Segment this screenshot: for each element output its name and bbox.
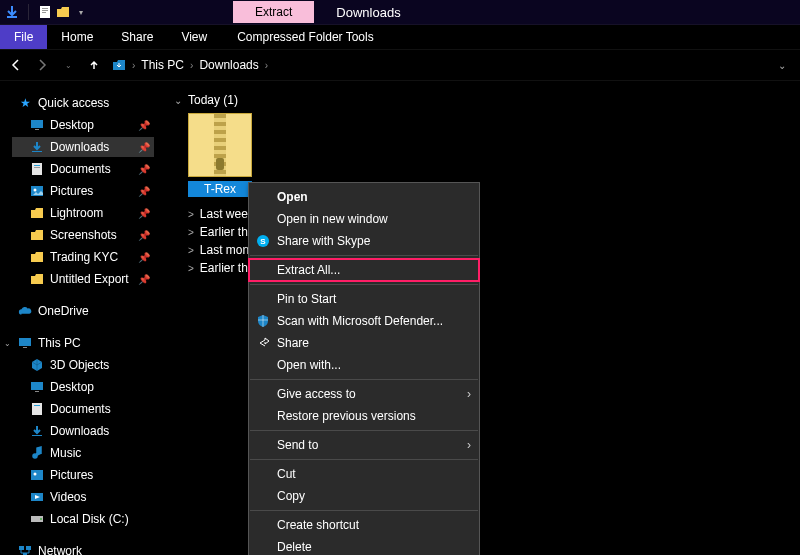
sidebar-item-desktop[interactable]: Desktop 📌: [12, 115, 154, 135]
monitor-icon: [18, 336, 32, 350]
sidebar-item-label: Screenshots: [50, 228, 117, 242]
ctx-copy[interactable]: Copy: [249, 485, 479, 507]
recent-locations-icon[interactable]: ⌄: [60, 57, 76, 73]
svg-rect-4: [31, 120, 43, 128]
videos-icon: [30, 490, 44, 504]
cube-icon: [30, 358, 44, 372]
breadcrumb-downloads[interactable]: Downloads: [199, 58, 258, 72]
sidebar-item-untitled-export[interactable]: Untitled Export 📌: [12, 269, 154, 289]
chevron-right-icon[interactable]: [188, 245, 194, 256]
chevron-down-icon[interactable]: [174, 95, 182, 106]
pin-icon: 📌: [138, 120, 150, 131]
back-button[interactable]: [8, 57, 24, 73]
ctx-cut[interactable]: Cut: [249, 463, 479, 485]
address-bar[interactable]: › This PC › Downloads ›: [112, 58, 768, 72]
file-item-trex[interactable]: T-Rex: [184, 113, 256, 197]
zip-file-icon: [188, 113, 252, 177]
forward-button[interactable]: [34, 57, 50, 73]
sidebar-item-local-disk[interactable]: Local Disk (C:): [12, 509, 154, 529]
sidebar-item-downloads[interactable]: Downloads 📌: [12, 137, 154, 157]
sidebar-item-documents-2[interactable]: Documents: [12, 399, 154, 419]
sidebar-item-music[interactable]: Music: [12, 443, 154, 463]
ctx-restore-previous[interactable]: Restore previous versions: [249, 405, 479, 427]
svg-rect-1: [42, 8, 48, 9]
sidebar-item-lightroom[interactable]: Lightroom 📌: [12, 203, 154, 223]
ctx-delete[interactable]: Delete: [249, 536, 479, 555]
sidebar-item-label: This PC: [38, 336, 81, 350]
chevron-right-icon[interactable]: [188, 263, 194, 274]
tab-compressed-tools[interactable]: Compressed Folder Tools: [221, 25, 390, 49]
ctx-open-new-window[interactable]: Open in new window: [249, 208, 479, 230]
svg-rect-14: [31, 382, 43, 390]
sidebar-item-label: Desktop: [50, 118, 94, 132]
folder-icon: [30, 272, 44, 286]
downloads-icon: [30, 140, 44, 154]
folder-pinned-icon[interactable]: [55, 4, 71, 20]
sidebar-onedrive[interactable]: OneDrive: [12, 301, 154, 321]
up-button[interactable]: [86, 57, 102, 73]
sidebar-item-desktop-2[interactable]: Desktop: [12, 377, 154, 397]
ctx-extract-all[interactable]: Extract All...: [249, 259, 479, 281]
group-header-today[interactable]: Today (1): [174, 93, 790, 107]
sidebar-item-trading-kyc[interactable]: Trading KYC 📌: [12, 247, 154, 267]
submenu-arrow-icon: ›: [467, 438, 471, 452]
sidebar-item-label: Local Disk (C:): [50, 512, 129, 526]
ctx-send-to[interactable]: Send to›: [249, 434, 479, 456]
ctx-create-shortcut[interactable]: Create shortcut: [249, 514, 479, 536]
ctx-share-skype[interactable]: S Share with Skype: [249, 230, 479, 252]
sidebar-item-pictures-2[interactable]: Pictures: [12, 465, 154, 485]
download-arrow-icon[interactable]: [4, 4, 20, 20]
submenu-arrow-icon: ›: [467, 387, 471, 401]
sidebar-item-pictures[interactable]: Pictures 📌: [12, 181, 154, 201]
tab-view[interactable]: View: [167, 25, 221, 49]
ctx-open[interactable]: Open: [249, 186, 479, 208]
svg-point-20: [34, 473, 37, 476]
group-label: Today (1): [188, 93, 238, 107]
breadcrumb-separator[interactable]: ›: [190, 60, 193, 71]
tab-share[interactable]: Share: [107, 25, 167, 49]
document-icon[interactable]: [37, 4, 53, 20]
sidebar-network[interactable]: Network: [12, 541, 154, 555]
sidebar-this-pc[interactable]: ⌄ This PC: [12, 333, 154, 353]
breadcrumb-separator[interactable]: ›: [132, 60, 135, 71]
sidebar-item-screenshots[interactable]: Screenshots 📌: [12, 225, 154, 245]
svg-rect-5: [35, 129, 39, 130]
ctx-separator: [250, 510, 478, 511]
tab-home[interactable]: Home: [47, 25, 107, 49]
address-expand-icon[interactable]: ⌄: [778, 60, 786, 71]
ctx-pin-start[interactable]: Pin to Start: [249, 288, 479, 310]
sidebar-item-label: Trading KYC: [50, 250, 118, 264]
breadcrumb-separator[interactable]: ›: [265, 60, 268, 71]
ctx-open-with[interactable]: Open with...: [249, 354, 479, 376]
ctx-scan-defender[interactable]: Scan with Microsoft Defender...: [249, 310, 479, 332]
chevron-right-icon[interactable]: [188, 227, 194, 238]
disk-icon: [30, 512, 44, 526]
sidebar-item-downloads-2[interactable]: Downloads: [12, 421, 154, 441]
sidebar-item-3d-objects[interactable]: 3D Objects: [12, 355, 154, 375]
sidebar-item-label: 3D Objects: [50, 358, 109, 372]
svg-rect-13: [23, 347, 27, 348]
share-icon: [255, 335, 271, 351]
folder-icon: [30, 228, 44, 242]
sidebar-item-videos[interactable]: Videos: [12, 487, 154, 507]
ctx-label: Open in new window: [277, 212, 388, 226]
sidebar-item-documents[interactable]: Documents 📌: [12, 159, 154, 179]
pin-icon: 📌: [138, 164, 150, 175]
chevron-right-icon[interactable]: [188, 209, 194, 220]
tab-file[interactable]: File: [0, 25, 47, 49]
quick-access-toolbar: ▾: [0, 4, 93, 20]
svg-rect-12: [19, 338, 31, 346]
chevron-down-icon[interactable]: ⌄: [4, 339, 11, 348]
qat-dropdown-icon[interactable]: ▾: [73, 4, 89, 20]
extract-contextual-tab[interactable]: Extract: [233, 1, 314, 23]
pin-icon: 📌: [138, 142, 150, 153]
breadcrumb-this-pc[interactable]: This PC: [141, 58, 184, 72]
ctx-label: Open with...: [277, 358, 341, 372]
ctx-share[interactable]: Share: [249, 332, 479, 354]
sidebar-quick-access[interactable]: ★ Quick access: [12, 93, 154, 113]
svg-rect-2: [42, 10, 48, 11]
qat-divider: [28, 4, 29, 20]
ctx-give-access[interactable]: Give access to›: [249, 383, 479, 405]
cloud-icon: [18, 304, 32, 318]
pin-icon: 📌: [138, 186, 150, 197]
